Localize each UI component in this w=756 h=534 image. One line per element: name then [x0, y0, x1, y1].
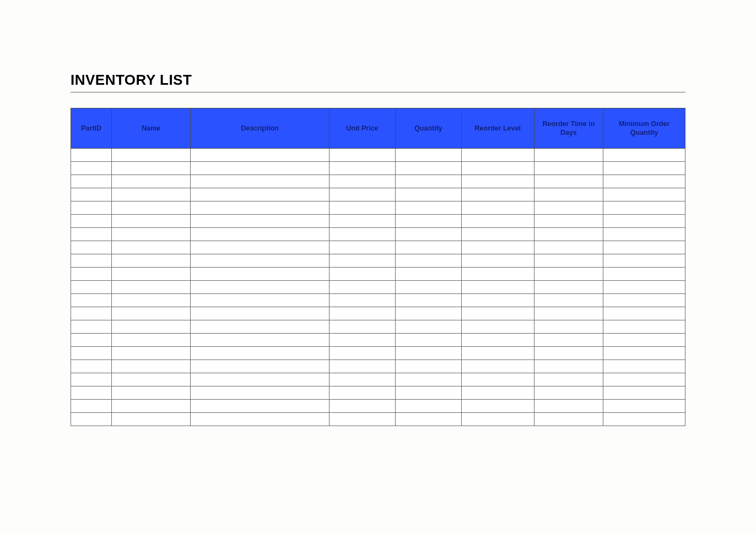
table-cell[interactable]	[191, 386, 330, 400]
table-cell[interactable]	[603, 320, 685, 334]
table-cell[interactable]	[395, 400, 461, 413]
table-cell[interactable]	[534, 347, 603, 360]
table-cell[interactable]	[71, 268, 112, 281]
table-cell[interactable]	[191, 162, 330, 175]
table-cell[interactable]	[329, 347, 395, 360]
table-cell[interactable]	[462, 400, 534, 413]
table-cell[interactable]	[191, 347, 330, 360]
table-cell[interactable]	[395, 241, 461, 254]
table-cell[interactable]	[462, 268, 534, 281]
table-cell[interactable]	[395, 188, 461, 201]
table-cell[interactable]	[112, 162, 191, 175]
table-cell[interactable]	[329, 320, 395, 334]
table-cell[interactable]	[112, 215, 191, 228]
table-cell[interactable]	[329, 281, 395, 294]
table-cell[interactable]	[603, 149, 685, 162]
table-cell[interactable]	[395, 320, 461, 334]
table-cell[interactable]	[329, 228, 395, 241]
table-cell[interactable]	[603, 162, 685, 175]
table-cell[interactable]	[71, 386, 112, 400]
table-cell[interactable]	[462, 254, 534, 268]
table-cell[interactable]	[603, 228, 685, 241]
table-cell[interactable]	[71, 320, 112, 334]
table-cell[interactable]	[603, 360, 685, 373]
table-cell[interactable]	[112, 294, 191, 307]
table-cell[interactable]	[112, 254, 191, 268]
table-cell[interactable]	[534, 386, 603, 400]
table-cell[interactable]	[603, 386, 685, 400]
table-cell[interactable]	[534, 334, 603, 347]
table-cell[interactable]	[191, 215, 330, 228]
table-cell[interactable]	[112, 307, 191, 320]
table-cell[interactable]	[462, 149, 534, 162]
table-cell[interactable]	[534, 162, 603, 175]
table-cell[interactable]	[395, 413, 461, 426]
table-cell[interactable]	[112, 360, 191, 373]
table-cell[interactable]	[71, 307, 112, 320]
table-cell[interactable]	[329, 373, 395, 386]
table-cell[interactable]	[112, 281, 191, 294]
table-cell[interactable]	[534, 188, 603, 201]
table-cell[interactable]	[462, 307, 534, 320]
table-cell[interactable]	[329, 215, 395, 228]
table-cell[interactable]	[112, 149, 191, 162]
table-cell[interactable]	[603, 175, 685, 188]
table-cell[interactable]	[191, 307, 330, 320]
table-cell[interactable]	[71, 241, 112, 254]
table-cell[interactable]	[534, 373, 603, 386]
table-cell[interactable]	[603, 268, 685, 281]
table-cell[interactable]	[534, 281, 603, 294]
table-cell[interactable]	[191, 373, 330, 386]
table-cell[interactable]	[112, 413, 191, 426]
table-cell[interactable]	[462, 162, 534, 175]
table-cell[interactable]	[603, 294, 685, 307]
table-cell[interactable]	[329, 360, 395, 373]
table-cell[interactable]	[329, 294, 395, 307]
table-cell[interactable]	[534, 294, 603, 307]
table-cell[interactable]	[71, 175, 112, 188]
table-cell[interactable]	[462, 386, 534, 400]
table-cell[interactable]	[71, 215, 112, 228]
table-cell[interactable]	[395, 347, 461, 360]
table-cell[interactable]	[603, 373, 685, 386]
table-cell[interactable]	[191, 201, 330, 215]
table-cell[interactable]	[191, 175, 330, 188]
table-cell[interactable]	[71, 347, 112, 360]
table-cell[interactable]	[191, 254, 330, 268]
table-cell[interactable]	[329, 241, 395, 254]
table-cell[interactable]	[603, 347, 685, 360]
table-cell[interactable]	[534, 175, 603, 188]
table-cell[interactable]	[395, 386, 461, 400]
table-cell[interactable]	[395, 294, 461, 307]
table-cell[interactable]	[329, 400, 395, 413]
table-cell[interactable]	[112, 400, 191, 413]
table-cell[interactable]	[603, 241, 685, 254]
table-cell[interactable]	[534, 215, 603, 228]
table-cell[interactable]	[71, 281, 112, 294]
table-cell[interactable]	[462, 281, 534, 294]
table-cell[interactable]	[603, 413, 685, 426]
table-cell[interactable]	[603, 281, 685, 294]
table-cell[interactable]	[534, 360, 603, 373]
table-cell[interactable]	[191, 188, 330, 201]
table-cell[interactable]	[71, 228, 112, 241]
table-cell[interactable]	[534, 413, 603, 426]
table-cell[interactable]	[329, 268, 395, 281]
table-cell[interactable]	[534, 149, 603, 162]
table-cell[interactable]	[462, 241, 534, 254]
table-cell[interactable]	[534, 320, 603, 334]
table-cell[interactable]	[71, 360, 112, 373]
table-cell[interactable]	[112, 386, 191, 400]
table-cell[interactable]	[112, 175, 191, 188]
table-cell[interactable]	[329, 386, 395, 400]
table-cell[interactable]	[191, 320, 330, 334]
table-cell[interactable]	[462, 334, 534, 347]
table-cell[interactable]	[395, 254, 461, 268]
table-cell[interactable]	[462, 373, 534, 386]
table-cell[interactable]	[462, 175, 534, 188]
table-cell[interactable]	[329, 162, 395, 175]
table-cell[interactable]	[191, 149, 330, 162]
table-cell[interactable]	[395, 268, 461, 281]
table-cell[interactable]	[329, 254, 395, 268]
table-cell[interactable]	[329, 175, 395, 188]
